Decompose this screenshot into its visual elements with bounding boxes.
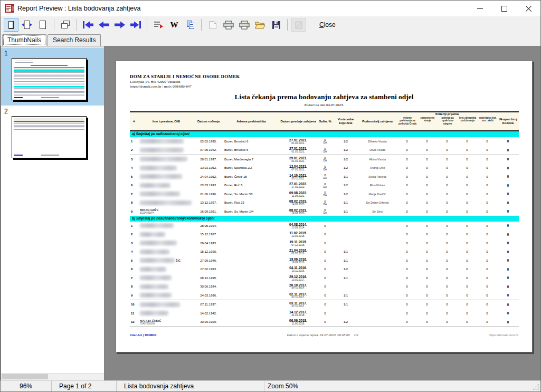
row-number: 8 bbox=[130, 201, 138, 204]
criteria-points: 0 bbox=[397, 140, 417, 143]
thumbnail-page-1[interactable]: 1 bbox=[1, 47, 104, 106]
save-report-button[interactable] bbox=[269, 18, 283, 32]
date-of-birth: 14.02.1942. bbox=[194, 312, 223, 315]
redacted-name bbox=[140, 223, 174, 228]
applicant-name-cell bbox=[138, 267, 194, 272]
section-a-rows: 103.02.1935.Buzet, Brnobići 627.01.2021.… bbox=[130, 137, 519, 216]
report-app-icon bbox=[5, 4, 14, 13]
total-points: 0 bbox=[497, 259, 519, 262]
printer-icon bbox=[239, 21, 250, 30]
room-type: 1/1 bbox=[334, 294, 358, 297]
window-title: Report Preview : Lista bodovanja zahtjev… bbox=[17, 5, 140, 12]
criteria-points: 0 bbox=[437, 201, 457, 204]
criteria-points: 0 bbox=[477, 175, 497, 178]
hscrollbar-thumb[interactable] bbox=[2, 374, 48, 379]
total-points: 0 bbox=[497, 209, 519, 213]
cofinancing-percent: 0 bbox=[317, 285, 334, 288]
cofinancing-cell: 0 bbox=[317, 312, 334, 315]
thumbnail-list: 1 2 bbox=[1, 46, 104, 373]
residence-address: Buzet, Marčenegla 7 bbox=[223, 158, 280, 161]
room-type: 1/2 bbox=[334, 193, 358, 196]
next-page-button[interactable] bbox=[112, 18, 127, 32]
criteria-points: 0 bbox=[437, 276, 457, 280]
previous-page-button[interactable] bbox=[97, 18, 111, 32]
toolbar-separator bbox=[287, 19, 288, 31]
received-date: 14.02.2023. bbox=[280, 212, 317, 215]
cofinancing-percent: 0 bbox=[317, 276, 334, 280]
copy-page-button[interactable] bbox=[183, 18, 197, 32]
received-date: 07.11.2017. bbox=[280, 287, 317, 290]
table-row: 701.06.1936.Buzet, Sv. Martin 5309.08.20… bbox=[130, 190, 519, 199]
company-name: DOM ZA STARIJE I NEMOĆNE OSOBE DOMEK bbox=[130, 74, 240, 80]
redacted-name bbox=[140, 241, 177, 245]
open-report-button[interactable] bbox=[253, 18, 268, 32]
footer-print-info: Datum i vrijeme ispisa: 04.07.2023. 00:4… bbox=[157, 333, 489, 337]
submission-dates: 08.02.2023.14.02.2023. bbox=[280, 199, 317, 206]
close-button[interactable]: Close bbox=[314, 19, 341, 31]
goto-page-button[interactable] bbox=[151, 18, 166, 32]
date-of-birth: 30.06.1934. bbox=[194, 285, 223, 288]
criteria-points: 0 bbox=[437, 158, 457, 161]
tab-search-results[interactable]: Search Results bbox=[48, 34, 101, 46]
print-setup-button[interactable] bbox=[221, 18, 236, 32]
received-date: 07.12.2015. bbox=[280, 244, 317, 246]
criteria-points: 0 bbox=[397, 175, 417, 178]
close-window-button[interactable] bbox=[516, 1, 540, 16]
cofinancing-cell: 0 bbox=[317, 242, 334, 245]
company-address: Lošinjska 14, HR-42000 Varaždin bbox=[130, 80, 240, 84]
redacted-name bbox=[140, 232, 165, 237]
received-date: 10.11.2016. bbox=[280, 270, 317, 272]
save-floppy-icon bbox=[272, 21, 281, 30]
maximize-button[interactable] bbox=[492, 1, 516, 16]
applicant-name-cell bbox=[138, 284, 194, 289]
room-type: 1/1 bbox=[334, 259, 358, 262]
cofinancing-cell: 0DA bbox=[317, 191, 334, 197]
thumbnail-hscrollbar[interactable] bbox=[1, 373, 104, 380]
criteria-points: 0 bbox=[397, 285, 417, 288]
criteria-points: 0 bbox=[397, 148, 417, 151]
search-button[interactable]: W bbox=[167, 18, 182, 32]
add-blank-page-button[interactable] bbox=[205, 18, 220, 32]
criteria-points: 0 bbox=[417, 259, 437, 262]
cofinancing-flag: DA bbox=[317, 168, 334, 171]
redacted-name bbox=[140, 183, 170, 188]
print-button[interactable] bbox=[237, 18, 252, 32]
criteria-points: 0 bbox=[417, 140, 437, 143]
submission-date: 02.11.2017. bbox=[280, 292, 317, 296]
toolbar-separator bbox=[77, 19, 77, 31]
status-zoom: Zoom 50% bbox=[264, 381, 540, 391]
received-date: 07.05.2021. bbox=[280, 168, 317, 171]
criteria-points: 0 bbox=[397, 294, 417, 297]
report-table: # Ime i prezime, OIB Datum rođenja Adres… bbox=[130, 111, 519, 327]
preview-area: DOM ZA STARIJE I NEMOĆNE OSOBE DOMEK Loš… bbox=[105, 46, 540, 381]
row-number: 6 bbox=[130, 267, 138, 271]
minimize-button[interactable] bbox=[468, 1, 492, 16]
redacted-name bbox=[140, 192, 180, 196]
submission-dates: 29.01.2021.01.02.2021. bbox=[280, 156, 317, 162]
fit-page-width-button[interactable] bbox=[20, 18, 34, 32]
submission-dates: 09.08.2022.11.08.2022. bbox=[280, 191, 317, 197]
criteria-points: 0 bbox=[457, 184, 477, 187]
received-date: 31.01.2018. bbox=[280, 314, 317, 317]
col-sufin: Sufin. % bbox=[317, 119, 334, 124]
thumbnail-page-2[interactable]: 2 bbox=[1, 106, 104, 164]
submission-dates: 06.06.2018.11.06.2018. bbox=[280, 319, 317, 325]
export-image-button[interactable] bbox=[291, 18, 306, 32]
date-of-birth: 07.06.1942. bbox=[194, 148, 223, 151]
cofinancing-cell: 0 bbox=[317, 294, 334, 297]
cofinancing-cell: 0DA bbox=[317, 165, 334, 171]
first-page-button[interactable] bbox=[81, 18, 96, 32]
zoom-page-button[interactable] bbox=[4, 18, 18, 32]
col-num: # bbox=[130, 119, 138, 124]
resize-grip[interactable] bbox=[533, 384, 539, 390]
whole-page-button[interactable] bbox=[35, 18, 50, 32]
applicant-name-cell bbox=[138, 192, 194, 196]
redacted-name bbox=[140, 267, 166, 272]
last-page-icon bbox=[130, 21, 141, 29]
tab-thumbnails[interactable]: ThumbNails bbox=[2, 34, 46, 46]
multiple-pages-button[interactable] bbox=[58, 18, 73, 32]
cofinancing-cell: 0DA bbox=[317, 138, 334, 144]
last-page-button[interactable] bbox=[128, 18, 143, 32]
criteria-points: 0 bbox=[457, 158, 477, 161]
criteria-points: 0 bbox=[397, 201, 417, 204]
